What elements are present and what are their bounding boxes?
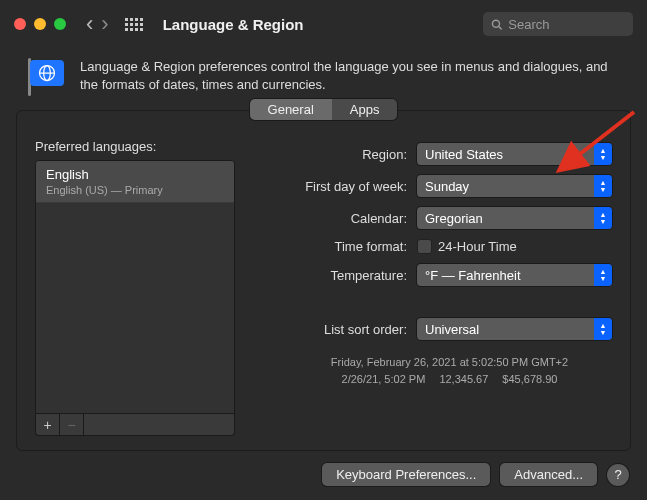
back-button[interactable]: ‹ bbox=[86, 13, 93, 35]
close-icon[interactable] bbox=[14, 18, 26, 30]
timeformat-value: 24-Hour Time bbox=[438, 239, 517, 254]
help-button[interactable]: ? bbox=[607, 464, 629, 486]
region-value: United States bbox=[425, 147, 503, 162]
language-subtitle: English (US) — Primary bbox=[46, 184, 224, 196]
search-input[interactable] bbox=[508, 17, 625, 32]
sample-line-2: 2/26/21, 5:02 PM 12,345.67 $45,678.90 bbox=[287, 371, 612, 388]
firstday-select[interactable]: Sunday ▲▼ bbox=[417, 175, 612, 197]
tab-general[interactable]: General bbox=[250, 99, 332, 120]
window-controls[interactable] bbox=[14, 18, 66, 30]
language-name: English bbox=[46, 167, 224, 182]
advanced-button[interactable]: Advanced... bbox=[500, 463, 597, 486]
listsort-select[interactable]: Universal ▲▼ bbox=[417, 318, 612, 340]
listsort-value: Universal bbox=[425, 322, 479, 337]
updown-icon: ▲▼ bbox=[594, 264, 612, 286]
calendar-value: Gregorian bbox=[425, 211, 483, 226]
preferred-languages-label: Preferred languages: bbox=[35, 139, 235, 154]
calendar-label: Calendar: bbox=[257, 211, 407, 226]
24hour-checkbox[interactable] bbox=[417, 239, 432, 254]
temperature-select[interactable]: °F — Fahrenheit ▲▼ bbox=[417, 264, 612, 286]
firstday-value: Sunday bbox=[425, 179, 469, 194]
list-item[interactable]: English English (US) — Primary bbox=[36, 161, 234, 203]
globe-flag-icon bbox=[26, 58, 66, 96]
tab-segment[interactable]: General Apps bbox=[250, 99, 398, 120]
temperature-value: °F — Fahrenheit bbox=[425, 268, 521, 283]
listsort-label: List sort order: bbox=[257, 322, 407, 337]
timeformat-label: Time format: bbox=[257, 239, 407, 254]
updown-icon: ▲▼ bbox=[594, 318, 612, 340]
updown-icon: ▲▼ bbox=[594, 175, 612, 197]
zoom-icon[interactable] bbox=[54, 18, 66, 30]
svg-line-1 bbox=[499, 26, 502, 29]
temperature-label: Temperature: bbox=[257, 268, 407, 283]
updown-icon: ▲▼ bbox=[594, 207, 612, 229]
calendar-select[interactable]: Gregorian ▲▼ bbox=[417, 207, 612, 229]
firstday-label: First day of week: bbox=[257, 179, 407, 194]
forward-button: › bbox=[101, 13, 108, 35]
search-field[interactable] bbox=[483, 12, 633, 36]
show-all-icon[interactable] bbox=[125, 18, 143, 31]
region-select[interactable]: United States ▲▼ bbox=[417, 143, 612, 165]
region-label: Region: bbox=[257, 147, 407, 162]
minimize-icon[interactable] bbox=[34, 18, 46, 30]
updown-icon: ▲▼ bbox=[594, 143, 612, 165]
add-language-button[interactable]: + bbox=[36, 414, 60, 435]
page-title: Language & Region bbox=[163, 16, 304, 33]
tab-apps[interactable]: Apps bbox=[332, 99, 398, 120]
language-list[interactable]: English English (US) — Primary bbox=[35, 160, 235, 414]
remove-language-button: − bbox=[60, 414, 84, 435]
sample-line-1: Friday, February 26, 2021 at 5:02:50 PM … bbox=[287, 354, 612, 371]
format-sample: Friday, February 26, 2021 at 5:02:50 PM … bbox=[287, 354, 612, 387]
keyboard-preferences-button[interactable]: Keyboard Preferences... bbox=[322, 463, 490, 486]
svg-point-0 bbox=[492, 20, 499, 27]
description-text: Language & Region preferences control th… bbox=[80, 58, 621, 94]
search-icon bbox=[491, 18, 502, 31]
